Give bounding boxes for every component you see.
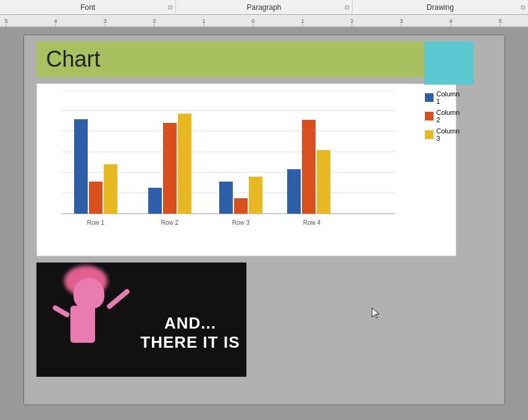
legend-color-col3 bbox=[425, 130, 434, 139]
bar-row2-col3 bbox=[178, 114, 191, 214]
bar-row1-col2 bbox=[89, 182, 103, 214]
svg-text:4: 4 bbox=[449, 18, 452, 24]
image-text-line2: THERE IT IS bbox=[140, 333, 240, 352]
svg-text:Row 2: Row 2 bbox=[161, 219, 178, 226]
bar-row4-col2 bbox=[302, 120, 316, 214]
font-expand-icon[interactable]: ⊡ bbox=[168, 4, 173, 10]
svg-text:3: 3 bbox=[103, 18, 106, 24]
legend-color-col2 bbox=[425, 112, 434, 120]
bar-row1-col1 bbox=[74, 119, 88, 214]
bar-row1-col3 bbox=[104, 164, 117, 214]
font-section[interactable]: Font ⊡ bbox=[0, 0, 176, 14]
font-label: Font bbox=[80, 3, 95, 12]
bar-row3-col1 bbox=[219, 182, 233, 214]
legend-label-col1: Column 1 bbox=[437, 90, 460, 105]
bar-row4-col1 bbox=[287, 169, 301, 214]
chart-title-block: Chart bbox=[36, 41, 456, 77]
paragraph-section[interactable]: Paragraph ⊡ bbox=[176, 0, 352, 14]
bar-row3-col3 bbox=[249, 177, 262, 214]
image-block: AND... THERE IT IS bbox=[36, 262, 246, 377]
svg-text:1: 1 bbox=[301, 18, 304, 24]
cursor bbox=[370, 307, 382, 319]
page: Chart bbox=[23, 35, 505, 405]
figure-arm-right bbox=[106, 288, 130, 309]
bar-row2-col1 bbox=[148, 188, 162, 214]
legend-item-col3: Column 3 bbox=[425, 127, 460, 142]
chart-container[interactable]: 12 10 8 6 4 2 0 bbox=[36, 83, 456, 256]
svg-text:4: 4 bbox=[54, 18, 57, 24]
svg-text:3: 3 bbox=[400, 18, 403, 24]
svg-text:0: 0 bbox=[251, 18, 254, 24]
svg-text:Row 4: Row 4 bbox=[303, 219, 321, 226]
bar-row2-col2 bbox=[163, 123, 177, 214]
svg-text:1: 1 bbox=[202, 18, 205, 24]
svg-text:Row 3: Row 3 bbox=[232, 219, 249, 226]
chart-legend: Column 1 Column 2 Column 3 bbox=[420, 84, 465, 256]
figure bbox=[61, 278, 117, 364]
svg-text:2: 2 bbox=[350, 18, 353, 24]
svg-text:Row 1: Row 1 bbox=[86, 219, 104, 226]
cyan-rectangle bbox=[424, 41, 474, 85]
chart-svg-area: 12 10 8 6 4 2 0 bbox=[37, 84, 420, 256]
image-text-line1: AND... bbox=[140, 314, 240, 333]
svg-text:2: 2 bbox=[153, 18, 156, 24]
image-content: AND... THERE IT IS bbox=[36, 262, 246, 377]
drawing-section[interactable]: Drawing ⊡ bbox=[353, 0, 528, 14]
paragraph-expand-icon[interactable]: ⊡ bbox=[345, 4, 350, 10]
toolbar: Font ⊡ Paragraph ⊡ Drawing ⊡ bbox=[0, 0, 528, 15]
figure-head bbox=[73, 278, 104, 309]
legend-color-col1 bbox=[425, 93, 434, 102]
legend-item-col2: Column 2 bbox=[425, 109, 460, 124]
paragraph-label: Paragraph bbox=[246, 3, 281, 12]
svg-marker-42 bbox=[372, 308, 379, 319]
chart-title: Chart bbox=[46, 46, 101, 72]
figure-arm-left bbox=[52, 304, 70, 318]
bar-row4-col3 bbox=[317, 150, 330, 214]
document-area: Chart bbox=[0, 27, 528, 420]
legend-item-col1: Column 1 bbox=[425, 90, 460, 105]
figure-torso bbox=[70, 306, 95, 343]
chart-svg: 12 10 8 6 4 2 0 bbox=[62, 90, 420, 238]
image-text-overlay: AND... THERE IT IS bbox=[140, 314, 240, 352]
drawing-label: Drawing bbox=[427, 3, 454, 12]
ruler: 5 4 3 2 1 0 1 2 3 4 5 bbox=[0, 15, 528, 27]
drawing-expand-icon[interactable]: ⊡ bbox=[521, 4, 526, 10]
legend-label-col3: Column 3 bbox=[437, 127, 460, 142]
svg-text:5: 5 bbox=[498, 18, 501, 24]
legend-label-col2: Column 2 bbox=[437, 109, 460, 124]
svg-text:5: 5 bbox=[4, 18, 7, 24]
bar-row3-col2 bbox=[234, 198, 248, 214]
